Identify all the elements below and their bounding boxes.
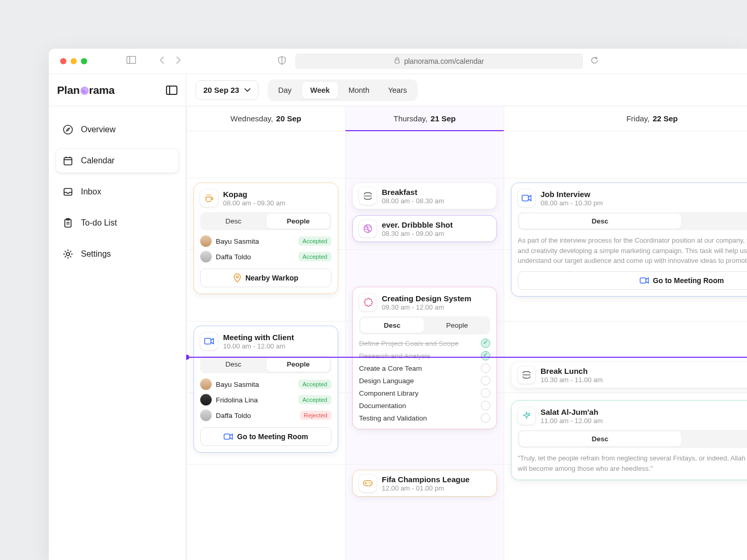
check-icon — [481, 401, 490, 410]
video-icon — [640, 277, 649, 284]
task-item[interactable]: Testing and Validation — [359, 413, 490, 423]
clipboard-icon — [62, 217, 74, 229]
tab-people[interactable]: People — [683, 214, 748, 229]
event-fifa[interactable]: Fifa Champions League12.00 am - 01.00 pm — [353, 470, 496, 496]
event-interview[interactable]: Job Interview08.00 am - 10.30 pm Desc Pe… — [511, 183, 747, 296]
svg-point-24 — [370, 483, 371, 484]
sidebar-item-calendar[interactable]: Calendar — [56, 149, 178, 173]
sidebar-item-inbox[interactable]: Inbox — [56, 180, 178, 204]
sidebar-item-todo[interactable]: To-do List — [56, 211, 178, 235]
event-meeting-client[interactable]: Meeting with Client10.00 am - 12.00 am D… — [194, 326, 338, 452]
browser-window: planorama.com/calendar Planrama Overview — [49, 49, 747, 560]
view-week[interactable]: Week — [302, 82, 338, 99]
pin-icon — [233, 273, 241, 283]
tab-desc[interactable]: Desc — [202, 357, 265, 372]
sidebar-item-overview[interactable]: Overview — [56, 118, 178, 142]
tab-people[interactable]: People — [267, 214, 330, 229]
svg-rect-9 — [64, 189, 72, 195]
task-item[interactable]: Design Language — [359, 376, 490, 385]
event-time: 10.30 am - 11.00 am — [541, 376, 603, 384]
task-item[interactable]: Define Project Goals and Scope — [359, 339, 490, 348]
tab-people[interactable]: People — [267, 357, 330, 372]
event-kopag[interactable]: Kopag08.00 am - 09.30 am Desc People Bay… — [194, 183, 338, 293]
check-icon — [481, 376, 490, 385]
event-description: As part of the interview process for the… — [518, 235, 747, 266]
task-item[interactable]: Component Library — [359, 388, 490, 398]
view-month[interactable]: Month — [340, 82, 378, 99]
svg-rect-10 — [65, 219, 71, 227]
event-title: Meeting with Client — [223, 333, 294, 342]
maximize-icon[interactable] — [81, 58, 87, 64]
day-header: Friday,22 Sep — [504, 106, 747, 131]
day-column-thu: Thursday,21 Sep Breakfast08.00 am - 08.3… — [345, 106, 504, 560]
browser-chrome: planorama.com/calendar — [49, 49, 747, 74]
sidebar-item-settings[interactable]: Settings — [56, 242, 178, 266]
task-item[interactable]: Research and Analysis — [359, 351, 490, 360]
svg-point-23 — [369, 482, 370, 483]
location-button[interactable]: Nearby Warkop — [200, 269, 331, 287]
event-title: Job Interview — [541, 190, 603, 199]
day-column-fri: Friday,22 Sep Job Interview08.00 am - 10… — [504, 106, 747, 560]
nav-label: Overview — [81, 125, 116, 134]
video-icon — [200, 332, 218, 350]
avatar — [200, 251, 212, 262]
brand-logo: Planrama — [57, 84, 115, 96]
collapse-sidebar-icon[interactable] — [166, 86, 177, 95]
coffee-icon — [200, 189, 218, 207]
date-picker-button[interactable]: 20 Sep 23 — [196, 80, 258, 100]
tab-desc[interactable]: Desc — [202, 214, 265, 229]
event-design-system[interactable]: Creating Design System09.30 am - 12.00 a… — [353, 287, 496, 429]
view-years[interactable]: Years — [380, 82, 416, 99]
svg-point-15 — [236, 276, 238, 278]
check-icon — [481, 351, 490, 360]
meeting-room-button[interactable]: Go to Meeting Room — [200, 427, 331, 446]
back-icon[interactable] — [159, 56, 165, 66]
refresh-icon[interactable] — [590, 56, 599, 66]
event-time: 08.00 am - 09.30 am — [223, 199, 285, 207]
attendee-row: Daffa ToldoRejected — [200, 409, 331, 422]
event-time: 08.00 am - 08.30 am — [382, 197, 444, 205]
svg-rect-25 — [522, 195, 529, 201]
tab-people[interactable]: People — [683, 431, 748, 446]
event-time: 11.00 am - 12.00 am — [541, 417, 603, 425]
view-day[interactable]: Day — [270, 82, 300, 99]
task-item[interactable]: Create a Core Team — [359, 363, 490, 373]
minimize-icon[interactable] — [71, 58, 77, 64]
shield-icon[interactable] — [278, 56, 286, 67]
nav-label: Settings — [81, 249, 111, 259]
tab-desc[interactable]: Desc — [361, 318, 424, 333]
close-icon[interactable] — [60, 58, 66, 64]
sparkle-icon — [518, 407, 535, 425]
forward-icon[interactable] — [175, 56, 182, 66]
event-lunch[interactable]: Break Lunch10.30 am - 11.00 am — [511, 362, 747, 388]
nav-label: Inbox — [81, 187, 101, 197]
check-icon — [481, 363, 490, 373]
url-bar[interactable]: planorama.com/calendar — [295, 53, 583, 69]
avatar — [200, 379, 212, 390]
event-time: 10.00 am - 12.00 am — [223, 342, 294, 350]
svg-rect-17 — [224, 434, 230, 439]
burger-icon — [518, 366, 535, 384]
event-breakfast[interactable]: Breakfast08.00 am - 08.30 am — [353, 183, 496, 209]
check-icon — [481, 388, 490, 398]
check-icon — [481, 339, 490, 348]
event-tabs: Desc People — [200, 355, 331, 373]
event-salat[interactable]: Salat Al-Jum'ah11.00 am - 12.00 am Desc … — [511, 401, 747, 480]
gear-icon — [62, 248, 74, 260]
meeting-room-button[interactable]: Go to Meeting Room — [518, 271, 747, 290]
event-dribbble[interactable]: ever. Dribbble Shot08.30 am - 09.00 am — [353, 216, 496, 242]
svg-rect-3 — [395, 60, 399, 64]
window-controls[interactable] — [60, 58, 87, 64]
tab-people[interactable]: People — [425, 318, 489, 333]
task-item[interactable]: Documentation — [359, 401, 490, 410]
svg-point-4 — [64, 125, 73, 134]
tab-desc[interactable]: Desc — [519, 431, 681, 446]
compass-icon — [62, 124, 74, 135]
tab-desc[interactable]: Desc — [519, 214, 681, 229]
sidebar-toggle-icon[interactable] — [127, 56, 136, 66]
event-title: Break Lunch — [541, 367, 603, 375]
status-badge: Accepted — [298, 395, 331, 404]
toolbar: 20 Sep 23 Day Week Month Years — [186, 74, 747, 106]
avatar — [200, 410, 212, 421]
event-description: "Truly, let the people refrain from negl… — [518, 453, 747, 473]
